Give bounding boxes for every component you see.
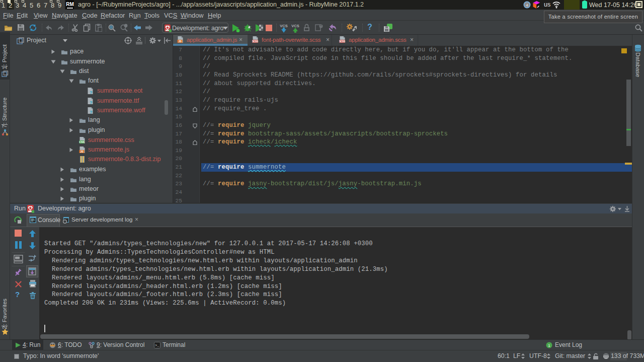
svg-text:SCSS: SCSS (252, 40, 258, 43)
svg-text:CSS: CSS (79, 140, 85, 143)
svg-text:?: ? (90, 110, 93, 115)
svg-text:JS: JS (80, 150, 84, 153)
svg-text:VCS: VCS (280, 24, 287, 28)
svg-text:JS: JS (179, 40, 182, 43)
svg-text:SCSS: SCSS (339, 40, 345, 43)
svg-text:VCS: VCS (291, 24, 299, 28)
svg-text:>_: >_ (155, 343, 159, 347)
svg-text:4: 4 (526, 3, 528, 8)
svg-text:1: 1 (548, 343, 550, 348)
svg-text:?: ? (90, 90, 93, 95)
svg-text:?: ? (90, 100, 93, 105)
